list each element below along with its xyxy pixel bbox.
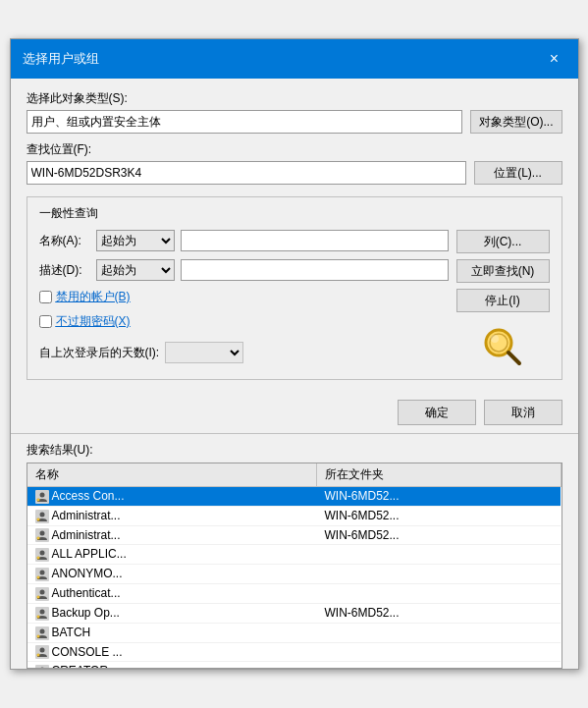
non-expiring-password-label: 不过期密码(X): [56, 313, 131, 330]
table-row[interactable]: ANONYMO...: [27, 565, 561, 584]
general-query-group: 一般性查询 名称(A): 起始为 描述(D): 起: [27, 196, 562, 380]
results-table: 名称 所在文件夹 Access Con...WIN-6MD52... Admin…: [27, 463, 561, 669]
svg-point-39: [37, 655, 39, 657]
search-now-button[interactable]: 立即查找(N): [456, 259, 550, 283]
non-expiring-password-row: 不过期密码(X): [39, 313, 449, 330]
results-section: 搜索结果(U): 名称 所在文件夹 Access Con...WIN-6MD52…: [11, 433, 578, 669]
svg-rect-40: [35, 665, 49, 669]
location-input[interactable]: [27, 161, 466, 185]
object-type-label: 选择此对象类型(S):: [27, 90, 562, 107]
result-name-cell: CONSOLE ...: [27, 642, 317, 662]
svg-point-29: [39, 609, 44, 614]
non-expiring-password-checkbox[interactable]: [39, 315, 52, 328]
days-select[interactable]: [165, 342, 243, 363]
result-name-cell: Administrat...: [27, 506, 317, 525]
stop-button[interactable]: 停止(I): [456, 289, 550, 312]
columns-button[interactable]: 列(C)...: [456, 230, 550, 253]
col-header-folder[interactable]: 所在文件夹: [317, 463, 561, 487]
magnifier-icon: [482, 326, 523, 367]
user-icon: [35, 490, 49, 504]
table-row[interactable]: Authenticat...: [27, 584, 561, 604]
svg-point-37: [39, 648, 44, 653]
cancel-button[interactable]: 取消: [484, 400, 562, 425]
table-row[interactable]: Administrat...WIN-6MD52...: [27, 506, 561, 525]
result-folder-cell: WIN-6MD52...: [317, 525, 561, 545]
result-folder-cell: WIN-6MD52...: [317, 506, 561, 525]
days-row: 自上次登录后的天数(I):: [39, 342, 449, 363]
location-label: 查找位置(F):: [27, 141, 562, 158]
table-row[interactable]: ALL APPLIC...: [27, 545, 561, 565]
object-type-section: 选择此对象类型(S): 对象类型(O)...: [27, 90, 562, 134]
result-folder-cell: [317, 584, 561, 604]
svg-point-27: [37, 596, 39, 598]
search-icon-area: [456, 326, 550, 367]
result-folder-cell: [317, 623, 561, 642]
user-icon: [35, 510, 49, 523]
result-folder-cell: [317, 565, 561, 584]
result-folder-cell: [317, 545, 561, 565]
table-row[interactable]: BATCH: [27, 623, 561, 642]
user-icon: [35, 548, 49, 562]
bottom-buttons: 确定 取消: [11, 392, 578, 433]
user-icon: [35, 568, 49, 581]
object-type-button[interactable]: 对象类型(O)...: [470, 110, 561, 134]
disabled-accounts-label: 禁用的帐户(B): [56, 289, 131, 305]
name-query-select[interactable]: 起始为: [96, 230, 175, 251]
svg-point-3: [491, 335, 499, 343]
results-label: 搜索结果(U):: [27, 442, 562, 459]
disabled-accounts-checkbox[interactable]: [39, 291, 52, 303]
user-icon: [35, 645, 49, 659]
table-row[interactable]: CREATOR ...: [27, 662, 561, 669]
svg-point-21: [39, 571, 44, 575]
title-bar: 选择用户或组 ×: [11, 39, 578, 79]
result-folder-cell: [317, 642, 561, 662]
svg-point-7: [37, 499, 39, 501]
object-type-row: 对象类型(O)...: [27, 110, 562, 134]
name-query-input[interactable]: [181, 230, 449, 251]
user-icon: [35, 665, 49, 669]
table-row[interactable]: Administrat...WIN-6MD52...: [27, 525, 561, 545]
user-icon: [35, 607, 49, 621]
svg-point-11: [37, 518, 39, 520]
svg-point-19: [37, 558, 39, 560]
user-icon: [35, 587, 49, 601]
results-tbody: Access Con...WIN-6MD52... Administrat...…: [27, 487, 561, 670]
result-name-cell: Administrat...: [27, 525, 317, 545]
query-left: 名称(A): 起始为 描述(D): 起始为: [39, 230, 449, 367]
result-name-cell: Backup Op...: [27, 603, 317, 623]
result-folder-cell: WIN-6MD52...: [317, 603, 561, 623]
result-name-cell: Access Con...: [27, 487, 317, 507]
object-type-input[interactable]: [27, 110, 463, 134]
svg-point-35: [37, 635, 39, 637]
results-header-row: 名称 所在文件夹: [27, 463, 561, 487]
table-row[interactable]: Backup Op...WIN-6MD52...: [27, 603, 561, 623]
svg-point-31: [37, 616, 39, 618]
desc-query-select[interactable]: 起始为: [96, 259, 175, 281]
result-name-cell: ANONYMO...: [27, 565, 317, 584]
table-row[interactable]: Access Con...WIN-6MD52...: [27, 487, 561, 507]
results-table-wrapper[interactable]: 名称 所在文件夹 Access Con...WIN-6MD52... Admin…: [27, 463, 562, 669]
svg-point-23: [37, 576, 39, 578]
svg-point-33: [39, 628, 44, 633]
svg-point-25: [39, 589, 44, 594]
col-header-name[interactable]: 名称: [27, 463, 317, 487]
group-box-title: 一般性查询: [39, 205, 550, 222]
location-button[interactable]: 位置(L)...: [474, 161, 562, 185]
close-button[interactable]: ×: [543, 47, 566, 71]
dialog-title: 选择用户或组: [23, 50, 99, 68]
user-icon: [35, 626, 49, 640]
ok-button[interactable]: 确定: [398, 400, 476, 425]
table-row[interactable]: CONSOLE ...: [27, 642, 561, 662]
result-folder-cell: [317, 662, 561, 669]
svg-line-2: [508, 353, 519, 363]
name-query-label: 名称(A):: [39, 233, 90, 249]
user-icon: [35, 528, 49, 542]
result-name-cell: ALL APPLIC...: [27, 545, 317, 565]
days-label: 自上次登录后的天数(I):: [39, 345, 160, 361]
desc-query-input[interactable]: [181, 259, 449, 281]
svg-point-5: [39, 492, 44, 497]
desc-query-label: 描述(D):: [39, 262, 90, 279]
dialog-body: 选择此对象类型(S): 对象类型(O)... 查找位置(F): 位置(L)...…: [11, 79, 578, 392]
query-grid: 名称(A): 起始为 描述(D): 起始为: [39, 230, 550, 367]
svg-point-9: [39, 512, 44, 517]
